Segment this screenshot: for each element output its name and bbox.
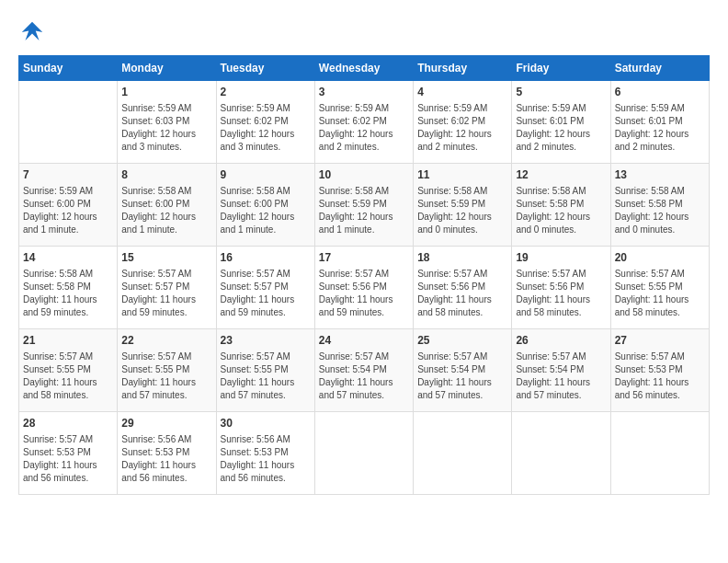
calendar-cell: 2Sunrise: 5:59 AM Sunset: 6:02 PM Daylig…	[216, 81, 314, 164]
day-detail: Sunrise: 5:58 AM Sunset: 6:00 PM Dayligh…	[221, 185, 311, 236]
calendar-cell: 13Sunrise: 5:58 AM Sunset: 5:58 PM Dayli…	[610, 164, 709, 247]
weekday-header: Tuesday	[216, 56, 314, 81]
calendar-cell: 17Sunrise: 5:57 AM Sunset: 5:56 PM Dayli…	[314, 247, 413, 329]
day-detail: Sunrise: 5:57 AM Sunset: 5:53 PM Dayligh…	[23, 433, 113, 485]
calendar-cell: 18Sunrise: 5:57 AM Sunset: 5:56 PM Dayli…	[414, 247, 512, 329]
day-number: 13	[615, 167, 705, 183]
logo-icon	[18, 18, 46, 46]
calendar-table: SundayMondayTuesdayWednesdayThursdayFrid…	[18, 55, 710, 495]
day-detail: Sunrise: 5:59 AM Sunset: 6:02 PM Dayligh…	[221, 102, 311, 154]
day-detail: Sunrise: 5:58 AM Sunset: 5:58 PM Dayligh…	[23, 268, 113, 319]
calendar-cell: 24Sunrise: 5:57 AM Sunset: 5:54 PM Dayli…	[314, 329, 413, 412]
calendar-cell: 3Sunrise: 5:59 AM Sunset: 6:02 PM Daylig…	[314, 81, 413, 164]
calendar-cell: 19Sunrise: 5:57 AM Sunset: 5:56 PM Dayli…	[512, 247, 610, 329]
calendar-cell: 5Sunrise: 5:59 AM Sunset: 6:01 PM Daylig…	[512, 81, 610, 164]
day-detail: Sunrise: 5:57 AM Sunset: 5:54 PM Dayligh…	[417, 350, 507, 402]
calendar-cell: 4Sunrise: 5:59 AM Sunset: 6:02 PM Daylig…	[414, 81, 512, 164]
day-detail: Sunrise: 5:57 AM Sunset: 5:56 PM Dayligh…	[417, 268, 507, 319]
weekday-header: Friday	[512, 56, 610, 81]
calendar-cell	[512, 412, 610, 495]
calendar-cell: 14Sunrise: 5:58 AM Sunset: 5:58 PM Dayli…	[19, 247, 118, 329]
calendar-cell: 22Sunrise: 5:57 AM Sunset: 5:55 PM Dayli…	[118, 329, 216, 412]
weekday-header: Thursday	[414, 56, 512, 81]
day-detail: Sunrise: 5:57 AM Sunset: 5:56 PM Dayligh…	[319, 268, 409, 319]
calendar-cell: 28Sunrise: 5:57 AM Sunset: 5:53 PM Dayli…	[19, 412, 118, 495]
day-number: 24	[319, 333, 409, 349]
day-number: 8	[121, 167, 211, 183]
day-number: 20	[615, 250, 705, 266]
calendar-cell: 15Sunrise: 5:57 AM Sunset: 5:57 PM Dayli…	[118, 247, 216, 329]
day-detail: Sunrise: 5:57 AM Sunset: 5:56 PM Dayligh…	[516, 268, 606, 319]
day-number: 30	[221, 416, 311, 431]
day-number: 6	[615, 85, 705, 100]
day-number: 21	[23, 333, 113, 349]
calendar-cell: 23Sunrise: 5:57 AM Sunset: 5:55 PM Dayli…	[216, 329, 314, 412]
calendar-week-row: 28Sunrise: 5:57 AM Sunset: 5:53 PM Dayli…	[19, 412, 710, 495]
day-detail: Sunrise: 5:59 AM Sunset: 6:02 PM Dayligh…	[417, 102, 507, 154]
day-number: 4	[417, 85, 507, 100]
day-detail: Sunrise: 5:57 AM Sunset: 5:55 PM Dayligh…	[121, 350, 211, 402]
calendar-cell: 11Sunrise: 5:58 AM Sunset: 5:59 PM Dayli…	[414, 164, 512, 247]
day-number: 12	[516, 167, 606, 183]
calendar-cell: 25Sunrise: 5:57 AM Sunset: 5:54 PM Dayli…	[414, 329, 512, 412]
day-number: 5	[516, 85, 606, 100]
day-detail: Sunrise: 5:59 AM Sunset: 6:00 PM Dayligh…	[23, 185, 113, 236]
day-number: 19	[516, 250, 606, 266]
day-number: 29	[121, 416, 211, 431]
day-detail: Sunrise: 5:59 AM Sunset: 6:02 PM Dayligh…	[319, 102, 409, 154]
calendar-cell: 10Sunrise: 5:58 AM Sunset: 5:59 PM Dayli…	[314, 164, 413, 247]
day-number: 17	[319, 250, 409, 266]
calendar-cell: 8Sunrise: 5:58 AM Sunset: 6:00 PM Daylig…	[118, 164, 216, 247]
day-detail: Sunrise: 5:58 AM Sunset: 5:58 PM Dayligh…	[516, 185, 606, 236]
calendar-header: SundayMondayTuesdayWednesdayThursdayFrid…	[19, 56, 710, 81]
day-number: 7	[23, 167, 113, 183]
day-number: 16	[221, 250, 311, 266]
day-number: 14	[23, 250, 113, 266]
calendar-cell: 7Sunrise: 5:59 AM Sunset: 6:00 PM Daylig…	[19, 164, 118, 247]
page-header	[18, 18, 710, 46]
calendar-cell: 16Sunrise: 5:57 AM Sunset: 5:57 PM Dayli…	[216, 247, 314, 329]
day-detail: Sunrise: 5:57 AM Sunset: 5:55 PM Dayligh…	[221, 350, 311, 402]
calendar-cell: 29Sunrise: 5:56 AM Sunset: 5:53 PM Dayli…	[118, 412, 216, 495]
day-number: 3	[319, 85, 409, 100]
weekday-header: Wednesday	[314, 56, 413, 81]
day-number: 2	[221, 85, 311, 100]
day-detail: Sunrise: 5:57 AM Sunset: 5:57 PM Dayligh…	[221, 268, 311, 319]
day-detail: Sunrise: 5:57 AM Sunset: 5:57 PM Dayligh…	[121, 268, 211, 319]
day-number: 11	[417, 167, 507, 183]
day-detail: Sunrise: 5:57 AM Sunset: 5:55 PM Dayligh…	[23, 350, 113, 402]
day-detail: Sunrise: 5:59 AM Sunset: 6:03 PM Dayligh…	[121, 102, 211, 154]
day-detail: Sunrise: 5:57 AM Sunset: 5:54 PM Dayligh…	[516, 350, 606, 402]
day-detail: Sunrise: 5:57 AM Sunset: 5:53 PM Dayligh…	[615, 350, 705, 402]
day-number: 9	[221, 167, 311, 183]
day-detail: Sunrise: 5:57 AM Sunset: 5:54 PM Dayligh…	[319, 350, 409, 402]
day-detail: Sunrise: 5:56 AM Sunset: 5:53 PM Dayligh…	[221, 433, 311, 485]
day-detail: Sunrise: 5:59 AM Sunset: 6:01 PM Dayligh…	[516, 102, 606, 154]
day-number: 15	[121, 250, 211, 266]
weekday-header: Saturday	[610, 56, 709, 81]
calendar-cell: 6Sunrise: 5:59 AM Sunset: 6:01 PM Daylig…	[610, 81, 709, 164]
weekday-header: Monday	[118, 56, 216, 81]
day-detail: Sunrise: 5:59 AM Sunset: 6:01 PM Dayligh…	[615, 102, 705, 154]
calendar-cell: 27Sunrise: 5:57 AM Sunset: 5:53 PM Dayli…	[610, 329, 709, 412]
calendar-body: 1Sunrise: 5:59 AM Sunset: 6:03 PM Daylig…	[19, 81, 710, 495]
day-detail: Sunrise: 5:57 AM Sunset: 5:55 PM Dayligh…	[615, 268, 705, 319]
calendar-cell: 12Sunrise: 5:58 AM Sunset: 5:58 PM Dayli…	[512, 164, 610, 247]
day-number: 10	[319, 167, 409, 183]
calendar-cell: 1Sunrise: 5:59 AM Sunset: 6:03 PM Daylig…	[118, 81, 216, 164]
calendar-cell: 21Sunrise: 5:57 AM Sunset: 5:55 PM Dayli…	[19, 329, 118, 412]
calendar-week-row: 21Sunrise: 5:57 AM Sunset: 5:55 PM Dayli…	[19, 329, 710, 412]
day-number: 27	[615, 333, 705, 349]
day-number: 18	[417, 250, 507, 266]
day-detail: Sunrise: 5:58 AM Sunset: 5:59 PM Dayligh…	[319, 185, 409, 236]
day-number: 28	[23, 416, 113, 431]
day-number: 22	[121, 333, 211, 349]
weekday-header: Sunday	[19, 56, 118, 81]
calendar-cell	[19, 81, 118, 164]
day-detail: Sunrise: 5:56 AM Sunset: 5:53 PM Dayligh…	[121, 433, 211, 485]
day-detail: Sunrise: 5:58 AM Sunset: 5:58 PM Dayligh…	[615, 185, 705, 236]
day-number: 25	[417, 333, 507, 349]
day-number: 26	[516, 333, 606, 349]
calendar-cell: 9Sunrise: 5:58 AM Sunset: 6:00 PM Daylig…	[216, 164, 314, 247]
calendar-cell	[610, 412, 709, 495]
